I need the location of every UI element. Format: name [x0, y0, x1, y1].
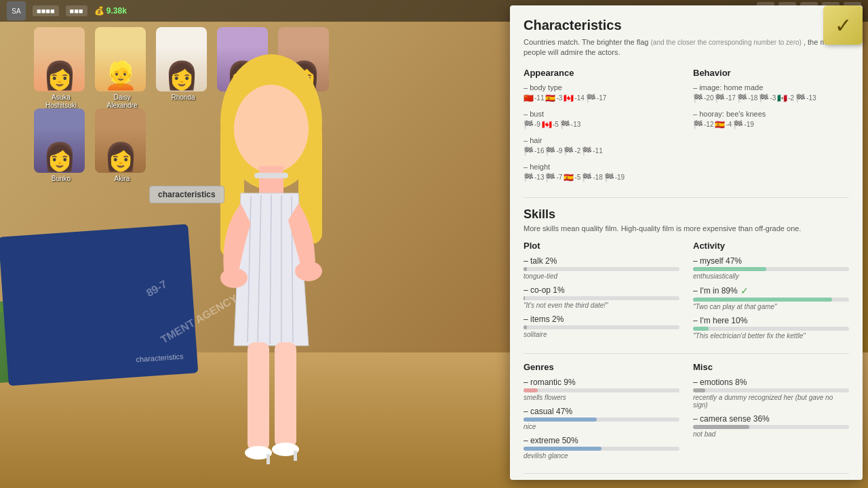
skill-imin-bar — [693, 298, 832, 302]
hud-stat-bar: ■■■ — [66, 5, 87, 16]
skills-title: Skills — [524, 207, 849, 222]
daisy-avatar: 👱 — [95, 27, 146, 92]
flag-f6: 🏁-2 — [564, 146, 580, 156]
hooray-group: – hooray: bee's knees 🏁-12 🇪🇸-4 🏁-19 — [693, 110, 849, 129]
hooray-flags: 🏁-12 🇪🇸-4 🏁-19 — [693, 120, 849, 129]
hair-group: – hair 🏁-16 🏁-9 🏁-2 🏁-11 — [524, 136, 679, 156]
skill-romantic-bar-container — [524, 388, 679, 392]
body-type-flags: 🇨🇳-11 🇪🇸-3 🇨🇦-14 🏁-17 — [524, 94, 679, 103]
skill-casual: – casual 47% nice — [524, 407, 679, 430]
skill-coop-bar — [524, 296, 525, 300]
flag-h1: 🏁-12 — [693, 120, 713, 129]
char-card-img-daisy: 👱 — [95, 27, 146, 92]
flag-f8: 🏁-13 — [524, 173, 544, 182]
char-card-label-akira: Akira — [95, 175, 149, 183]
svg-point-12 — [295, 261, 322, 281]
activity-col: Activity – myself 47% enthusiastically –… — [693, 241, 849, 345]
subtitle-note: (and the closer the corresponding number… — [651, 39, 802, 46]
skill-extreme: – extreme 50% devilish glance — [524, 436, 679, 460]
skill-imhere-desc: "This electrician'd better fix the kettl… — [693, 332, 849, 340]
misc-col: Misc – emotions 8% recently a dummy reco… — [693, 362, 849, 465]
svg-rect-18 — [294, 451, 297, 461]
svg-rect-17 — [267, 454, 270, 464]
hud-money: 💰 9.38k — [94, 6, 127, 16]
flag-es2: 🇪🇸-5 — [564, 173, 580, 182]
skill-talk-bar-container — [524, 267, 679, 271]
misc-title: Misc — [693, 362, 849, 372]
svg-rect-5 — [254, 173, 288, 178]
skill-items-desc: solitaire — [524, 331, 679, 338]
skill-imin-check: ✓ — [741, 285, 749, 296]
appearance-col: Appearance – body type 🇨🇳-11 🇪🇸-3 🇨🇦-14 … — [524, 68, 679, 189]
skill-extreme-bar-container — [524, 447, 679, 451]
flag-ca1: 🇨🇦-14 — [564, 94, 584, 103]
skill-coop: – co-op 1% "It's not even the third date… — [524, 285, 679, 309]
flag-cn: 🇨🇳-11 — [524, 94, 544, 103]
skill-myself-name: – myself 47% — [693, 256, 849, 266]
subtitle-main: Countries match. The brighter the flag — [524, 38, 648, 46]
appearance-title: Appearance — [524, 68, 679, 78]
skill-camera: – camera sense 36% not bad — [693, 414, 849, 438]
svg-rect-4 — [259, 166, 283, 193]
char-card-daisy[interactable]: 👱 DaisyAlexandre — [95, 27, 149, 110]
flag-f10: 🏁-18 — [582, 173, 602, 182]
char-card-label-daisy: DaisyAlexandre — [95, 94, 149, 110]
hair-label: – hair — [524, 136, 679, 144]
flag-h2: 🏁-19 — [733, 120, 753, 129]
plot-title: Plot — [524, 241, 679, 251]
skills-desc: More skills mean quality film. High-qual… — [524, 224, 849, 232]
skill-items-bar — [524, 325, 527, 329]
svg-rect-13 — [248, 342, 269, 451]
divider1 — [524, 197, 849, 198]
skill-romantic-desc: smells flowers — [524, 394, 679, 401]
characteristics-button[interactable]: characteristics — [149, 186, 224, 203]
flag-ca2: 🇨🇦-5 — [542, 120, 559, 129]
skill-imhere-name: – I'm here 10% — [693, 316, 849, 325]
skill-imhere-bar-container — [693, 327, 849, 331]
skill-camera-bar-container — [693, 425, 849, 429]
flag-f7: 🏁-11 — [582, 146, 602, 156]
skill-coop-bar-container — [524, 296, 679, 300]
skill-talk: – talk 2% tongue-tied — [524, 256, 679, 280]
binder-text: characteristics — [136, 352, 184, 363]
flag-f5: 🏁-9 — [545, 146, 562, 156]
char-card-asuka[interactable]: 👩 AsukaHoshitsuki — [34, 27, 88, 110]
confirm-button[interactable]: ✓ — [823, 5, 863, 45]
flag-f2: 🏁-9 — [524, 120, 540, 129]
characteristics-columns: Appearance – body type 🇨🇳-11 🇪🇸-3 🇨🇦-14 … — [524, 68, 849, 189]
skill-emotions-name: – emotions 8% — [693, 378, 849, 387]
hooray-label: – hooray: bee's knees — [693, 110, 849, 118]
flag-b1: 🏁-20 — [693, 94, 713, 103]
skill-emotions-bar-container — [693, 388, 849, 392]
behavior-title: Behavior — [693, 68, 849, 78]
skill-imin-bar-container — [693, 298, 849, 302]
svg-rect-14 — [275, 342, 296, 447]
flag-b2: 🏁-17 — [715, 94, 735, 103]
akira-avatar: 👩 — [95, 108, 146, 173]
genres-title: Genres — [524, 362, 679, 372]
hud-health-bar: ■■■■ — [33, 5, 59, 16]
skill-talk-name: – talk 2% — [524, 256, 679, 266]
char-card-akira[interactable]: 👩 Akira — [95, 108, 149, 183]
skill-myself-desc: enthusiastically — [693, 272, 849, 280]
flag-mx: 🇲🇽-2 — [777, 94, 794, 103]
main-character — [183, 41, 359, 488]
char-cards-row2: 👩 Bunko 👩 Akira — [34, 108, 149, 183]
skills-columns: Plot – talk 2% tongue-tied – co-op 1% "I… — [524, 241, 849, 345]
char-card-label-asuka: AsukaHoshitsuki — [34, 94, 88, 110]
skill-imhere-bar — [693, 327, 709, 331]
panel-subtitle: Countries match. The brighter the flag (… — [524, 37, 849, 58]
char-card-bunko[interactable]: 👩 Bunko — [34, 108, 88, 183]
char-card-img-bunko: 👩 — [34, 108, 85, 173]
flag-f1: 🏁-17 — [586, 94, 606, 103]
skill-myself-bar-container — [693, 267, 849, 271]
skill-camera-desc: not bad — [693, 430, 849, 438]
skill-casual-name: – casual 47% — [524, 407, 679, 416]
flag-b5: 🏁-13 — [795, 94, 816, 103]
skill-imin-name: – I'm in 89% ✓ — [693, 285, 849, 296]
skill-casual-bar — [524, 418, 597, 422]
skill-imin-desc: "Two can play at that game" — [693, 303, 849, 310]
image-flags: 🏁-20 🏁-17 🏁-18 🏁-3 🇲🇽-2 🏁-13 — [693, 94, 849, 103]
skill-talk-desc: tongue-tied — [524, 272, 679, 280]
skill-casual-desc: nice — [524, 423, 679, 430]
